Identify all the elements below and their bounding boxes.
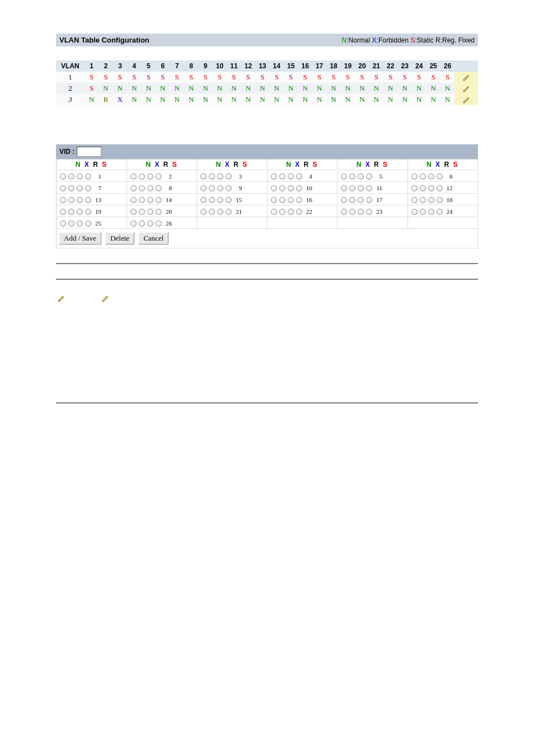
port-radio[interactable]	[217, 209, 223, 215]
port-radio[interactable]	[147, 209, 153, 215]
port-radio[interactable]	[85, 209, 91, 215]
port-radio[interactable]	[77, 209, 83, 215]
port-radio[interactable]	[366, 197, 372, 203]
port-radio[interactable]	[130, 185, 137, 191]
port-radio[interactable]	[139, 209, 145, 215]
port-radio[interactable]	[358, 173, 364, 180]
port-radio[interactable]	[147, 185, 153, 191]
port-radio[interactable]	[288, 197, 294, 203]
port-radio[interactable]	[217, 173, 223, 180]
port-radio[interactable]	[200, 185, 207, 191]
port-radio[interactable]	[217, 185, 223, 191]
port-radio[interactable]	[411, 209, 418, 215]
port-radio[interactable]	[358, 209, 364, 215]
port-radio[interactable]	[85, 185, 91, 191]
port-radio[interactable]	[288, 173, 294, 180]
port-radio[interactable]	[437, 209, 443, 215]
port-radio[interactable]	[271, 197, 277, 203]
port-radio[interactable]	[60, 185, 66, 191]
edit-button[interactable]	[455, 94, 478, 105]
port-radio[interactable]	[349, 197, 355, 203]
port-radio[interactable]	[200, 197, 207, 203]
port-radio[interactable]	[60, 209, 66, 215]
port-radio[interactable]	[85, 173, 91, 180]
port-radio[interactable]	[341, 197, 347, 203]
port-radio[interactable]	[341, 173, 347, 180]
edit-button[interactable]	[455, 83, 478, 94]
port-radio[interactable]	[226, 197, 232, 203]
port-radio[interactable]	[130, 209, 137, 215]
port-radio[interactable]	[437, 185, 443, 191]
port-radio[interactable]	[130, 220, 137, 227]
port-radio[interactable]	[68, 197, 74, 203]
port-radio[interactable]	[279, 173, 285, 180]
edit-button[interactable]	[455, 72, 478, 83]
port-radio[interactable]	[226, 185, 232, 191]
port-radio[interactable]	[366, 209, 372, 215]
port-radio[interactable]	[77, 220, 83, 227]
port-radio[interactable]	[200, 173, 207, 180]
port-radio[interactable]	[341, 209, 347, 215]
port-radio[interactable]	[279, 209, 285, 215]
port-radio[interactable]	[428, 185, 434, 191]
add-save-button[interactable]: Add / Save	[59, 232, 101, 245]
port-radio[interactable]	[279, 185, 285, 191]
port-radio[interactable]	[366, 173, 372, 180]
port-radio[interactable]	[139, 185, 145, 191]
port-radio[interactable]	[366, 185, 372, 191]
port-radio[interactable]	[77, 173, 83, 180]
port-radio[interactable]	[139, 220, 145, 227]
port-radio[interactable]	[68, 173, 74, 180]
port-radio[interactable]	[209, 185, 215, 191]
port-radio[interactable]	[217, 197, 223, 203]
port-radio[interactable]	[139, 197, 145, 203]
port-radio[interactable]	[68, 220, 74, 227]
port-radio[interactable]	[85, 220, 91, 227]
delete-button[interactable]: Delete	[105, 232, 134, 245]
port-radio[interactable]	[349, 185, 355, 191]
port-radio[interactable]	[156, 209, 162, 215]
port-radio[interactable]	[77, 185, 83, 191]
port-radio[interactable]	[341, 185, 347, 191]
port-radio[interactable]	[437, 197, 443, 203]
port-radio[interactable]	[209, 173, 215, 180]
port-radio[interactable]	[349, 209, 355, 215]
port-radio[interactable]	[226, 209, 232, 215]
port-radio[interactable]	[358, 185, 364, 191]
port-radio[interactable]	[296, 197, 302, 203]
port-radio[interactable]	[271, 173, 277, 180]
port-radio[interactable]	[296, 209, 302, 215]
port-radio[interactable]	[437, 173, 443, 180]
port-radio[interactable]	[147, 197, 153, 203]
port-radio[interactable]	[200, 209, 207, 215]
port-radio[interactable]	[156, 220, 162, 227]
port-radio[interactable]	[428, 197, 434, 203]
port-radio[interactable]	[130, 197, 137, 203]
port-radio[interactable]	[77, 197, 83, 203]
port-radio[interactable]	[68, 185, 74, 191]
port-radio[interactable]	[147, 173, 153, 180]
port-radio[interactable]	[411, 185, 418, 191]
port-radio[interactable]	[209, 197, 215, 203]
port-radio[interactable]	[288, 209, 294, 215]
port-radio[interactable]	[411, 173, 418, 180]
port-radio[interactable]	[411, 197, 418, 203]
port-radio[interactable]	[156, 185, 162, 191]
port-radio[interactable]	[288, 185, 294, 191]
port-radio[interactable]	[226, 173, 232, 180]
port-radio[interactable]	[130, 173, 137, 180]
port-radio[interactable]	[420, 209, 426, 215]
port-radio[interactable]	[147, 220, 153, 227]
port-radio[interactable]	[428, 209, 434, 215]
port-radio[interactable]	[358, 197, 364, 203]
port-radio[interactable]	[209, 209, 215, 215]
port-radio[interactable]	[139, 173, 145, 180]
port-radio[interactable]	[156, 197, 162, 203]
port-radio[interactable]	[428, 173, 434, 180]
port-radio[interactable]	[271, 209, 277, 215]
port-radio[interactable]	[85, 197, 91, 203]
port-radio[interactable]	[296, 173, 302, 180]
port-radio[interactable]	[68, 209, 74, 215]
cancel-button[interactable]: Cancel	[138, 232, 168, 245]
port-radio[interactable]	[271, 185, 277, 191]
